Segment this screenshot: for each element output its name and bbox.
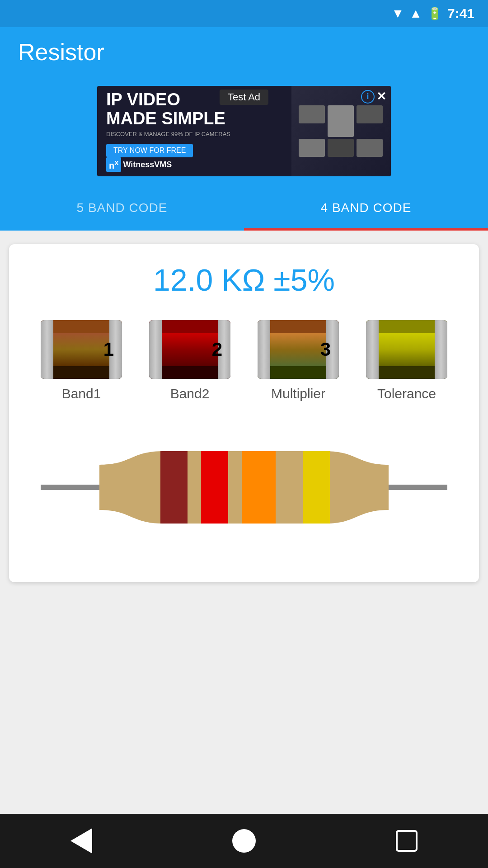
tolerance-left-metallic [366, 320, 379, 379]
band2-number: 2 [212, 339, 222, 360]
band1-number: 1 [103, 339, 114, 360]
band2-left-metallic [149, 320, 162, 379]
band1-label: Band1 [62, 386, 101, 401]
band-selectors: 1 Band1 2 Band2 [27, 320, 461, 401]
ad-logo: nx WitnessVMS [106, 157, 282, 172]
ad-close-icon[interactable]: ✕ [376, 90, 386, 104]
svg-rect-5 [303, 449, 330, 526]
band2-label: Band2 [170, 386, 210, 401]
band2-drum[interactable]: 2 [149, 320, 230, 379]
nav-recent-button[interactable] [389, 823, 425, 859]
battery-icon: 🔋 [427, 7, 442, 21]
ad-banner: Test Ad i ✕ IP VIDEOMADE SIMPLE DISCOVER… [0, 77, 488, 185]
resistor-svg [41, 429, 447, 546]
status-bar: ▼ ▲ 🔋 7:41 [0, 0, 488, 27]
band1-drum[interactable]: 1 [41, 320, 122, 379]
wifi-icon: ▼ [392, 6, 404, 21]
resistor-illustration [27, 420, 461, 560]
ad-container: Test Ad i ✕ IP VIDEOMADE SIMPLE DISCOVER… [97, 86, 391, 176]
band2-selector[interactable]: 2 Band2 [149, 320, 230, 401]
tolerance-drum[interactable] [366, 320, 447, 379]
ad-subtext: DISCOVER & MANAGE 99% OF IP CAMERAS [106, 131, 282, 137]
resistance-value: 12.0 KΩ ±5% [27, 262, 461, 297]
tab-active-indicator [244, 228, 488, 231]
signal-icon: ▲ [409, 6, 422, 21]
tolerance-selector[interactable]: Tolerance [366, 320, 447, 401]
status-time: 7:41 [447, 6, 474, 21]
multiplier-left-metallic [258, 320, 270, 379]
nav-home-button[interactable] [226, 823, 262, 859]
multiplier-number: 3 [320, 339, 331, 360]
ad-close-area[interactable]: i ✕ [361, 90, 386, 104]
tab-bar: 5 BAND CODE 4 BAND CODE [0, 185, 488, 231]
nav-back-icon [70, 828, 92, 854]
tolerance-label: Tolerance [377, 386, 436, 401]
app-header: Resistor [0, 27, 488, 77]
multiplier-selector[interactable]: 3 Multiplier [258, 320, 339, 401]
band1-left-metallic [41, 320, 53, 379]
svg-rect-3 [201, 449, 228, 526]
ad-try-button[interactable]: TRY NOW FOR FREE [106, 144, 193, 157]
resistor-card: 12.0 KΩ ±5% 1 Band1 [9, 244, 479, 582]
tab-4-band[interactable]: 4 BAND CODE [244, 185, 488, 231]
nav-back-button[interactable] [63, 823, 99, 859]
tab-5-band[interactable]: 5 BAND CODE [0, 185, 244, 231]
ad-info-icon[interactable]: i [361, 90, 375, 104]
main-content: 12.0 KΩ ±5% 1 Band1 [0, 231, 488, 814]
band1-selector[interactable]: 1 Band1 [41, 320, 122, 401]
ad-laptop-grid [299, 105, 384, 157]
ad-logo-box: nx [106, 157, 121, 172]
status-icons: ▼ ▲ 🔋 7:41 [392, 6, 474, 21]
nav-recent-icon [396, 830, 418, 852]
svg-rect-2 [160, 449, 188, 526]
nav-bar [0, 814, 488, 868]
svg-rect-4 [242, 449, 276, 526]
ad-label: Test Ad [220, 90, 268, 105]
multiplier-drum[interactable]: 3 [258, 320, 339, 379]
multiplier-label: Multiplier [271, 386, 325, 401]
ad-logo-text: WitnessVMS [123, 160, 172, 170]
nav-home-icon [232, 829, 256, 853]
tolerance-right-metallic [435, 320, 447, 379]
app-title: Resistor [18, 38, 104, 66]
